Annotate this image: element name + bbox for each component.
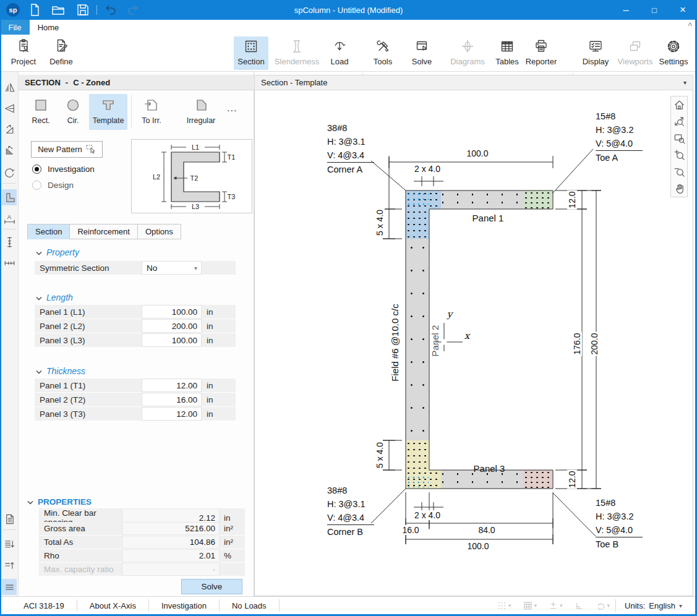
rotate-button[interactable] — [2, 165, 17, 181]
pan-button[interactable] — [671, 180, 687, 197]
solve-button[interactable]: Solve — [181, 579, 242, 594]
load-button[interactable]: Load — [324, 36, 355, 70]
collapse-ribbon-icon[interactable]: ^ — [688, 21, 692, 31]
tab-home[interactable]: Home — [30, 20, 67, 35]
field-label: Rho — [39, 549, 122, 562]
field-label: Panel 2 (L2) — [35, 319, 142, 333]
save-button[interactable] — [75, 2, 90, 17]
settings-button[interactable]: Settings — [656, 36, 691, 70]
ribbon-tab-bar: File Home ^ — [0, 20, 697, 35]
table-row: Panel 2 (T2) 16.00 in — [35, 393, 236, 406]
display-button[interactable]: Display — [578, 36, 614, 70]
svg-text:A: A — [7, 213, 11, 220]
zoom-out-button[interactable] — [671, 163, 687, 180]
preview-l2-label: L2 — [152, 173, 161, 181]
home-view-button[interactable] — [671, 96, 687, 113]
maximize-button[interactable]: □ — [640, 0, 669, 20]
panel3-thickness-input[interactable]: 12.00 — [142, 407, 202, 421]
flip-horizontal-button[interactable] — [2, 79, 17, 95]
horizontal-dimension-icon — [3, 257, 16, 270]
more-shapes-button[interactable]: ... — [227, 103, 237, 114]
unit-label: in — [202, 319, 236, 333]
property-group-title[interactable]: Property — [36, 247, 79, 257]
zoom-extents-button[interactable] — [671, 113, 687, 130]
maximize-icon: □ — [652, 6, 657, 15]
design-radio[interactable]: Design — [32, 181, 74, 190]
vertical-dimension-tool[interactable] — [2, 234, 17, 250]
template-shape-button[interactable]: Template — [89, 94, 127, 130]
rotate-cw-button[interactable] — [2, 142, 17, 158]
new-file-button[interactable] — [27, 2, 42, 17]
rotate-ccw-button[interactable] — [2, 121, 17, 137]
tab-section[interactable]: Section — [27, 224, 70, 239]
rect-shape-button[interactable]: Rect. — [25, 94, 57, 130]
reporter-icon — [532, 38, 550, 55]
preview-t1-label: T1 — [227, 153, 236, 161]
open-file-button[interactable] — [51, 2, 66, 17]
status-loads[interactable]: No Loads — [220, 599, 280, 612]
preview-l3-label: L3 — [191, 203, 200, 210]
viewport-header[interactable]: Section - Template ▾ — [254, 75, 693, 90]
dropdown-arrow-icon: ▾ — [194, 265, 197, 272]
dim-total-height: 200.0 — [589, 332, 599, 356]
flip-vertical-button[interactable] — [2, 100, 17, 116]
panel3-length-input[interactable]: 100.00 — [142, 333, 202, 347]
panel1-length-input[interactable]: 100.00 — [142, 305, 202, 319]
project-icon — [15, 38, 32, 55]
tables-icon — [498, 38, 516, 55]
length-group-title[interactable]: Length — [36, 293, 73, 302]
chevron-down-icon — [36, 247, 42, 257]
thickness-group-title[interactable]: Thickness — [36, 366, 85, 376]
properties-group-title[interactable]: PROPERTIES — [27, 497, 92, 507]
to-irregular-button[interactable]: To Irr. — [135, 94, 168, 130]
new-pattern-button[interactable]: New Pattern — [31, 141, 103, 158]
preview-l1-label: L1 — [191, 143, 200, 151]
viewport-title: Section - Template — [261, 78, 327, 87]
field-label: Panel 1 (T1) — [35, 379, 142, 392]
report-view-button[interactable] — [2, 511, 17, 527]
sort-ascending-button[interactable] — [2, 557, 17, 573]
irregular-shape-button[interactable]: Irregular — [181, 94, 221, 130]
circle-shape-button[interactable]: Cir. — [57, 94, 89, 130]
solve-icon — [413, 38, 430, 55]
close-button[interactable]: × — [669, 0, 697, 20]
menu-list-button[interactable] — [2, 579, 17, 595]
tab-options[interactable]: Options — [138, 224, 181, 239]
tab-reinforcement[interactable]: Reinforcement — [70, 224, 138, 239]
field-label: Panel 2 (T2) — [35, 393, 142, 406]
solve-button-ribbon[interactable]: Solve — [404, 36, 439, 70]
define-icon — [53, 38, 70, 55]
investigation-radio[interactable]: Investigation — [32, 165, 95, 174]
tables-button[interactable]: Tables — [492, 36, 522, 70]
units-selector[interactable]: Units: English ▾ — [615, 599, 691, 612]
section-button[interactable]: Section — [234, 36, 268, 70]
define-button[interactable]: Define — [43, 36, 79, 70]
panel2-thickness-input[interactable]: 16.00 — [142, 393, 202, 406]
panel2-length-input[interactable]: 200.00 — [142, 319, 202, 333]
magnet-icon — [596, 601, 606, 611]
reporter-button[interactable]: Reporter — [522, 36, 560, 70]
project-button[interactable]: Project — [6, 36, 41, 70]
symmetric-section-select[interactable]: No ▾ — [142, 261, 202, 275]
redo-button[interactable] — [126, 2, 141, 17]
title-bar: sp spColumn - Untitled (Modified) ─ □ × — [0, 0, 697, 20]
tab-file[interactable]: File — [0, 20, 30, 35]
sort-descending-button[interactable] — [2, 536, 17, 552]
l-shape-icon — [3, 191, 16, 204]
section-shape-tool[interactable] — [2, 189, 17, 205]
tools-button[interactable]: Tools — [366, 36, 400, 70]
zoom-window-button[interactable] — [671, 130, 687, 147]
status-design-code[interactable]: ACI 318-19 — [11, 599, 77, 612]
horizontal-dimension-tool[interactable] — [2, 255, 17, 271]
dim-flange-thickness-top: 12.0 — [567, 190, 577, 209]
viewport: Section - Template ▾ — [254, 75, 693, 596]
text-annotation-tool[interactable]: A — [2, 210, 17, 226]
minimize-button[interactable]: ─ — [612, 0, 640, 20]
drawing-canvas[interactable]: 100.0 2 x 4.0 12.0 5 x 4.0 176.0 200.0 5… — [254, 90, 693, 596]
panel1-thickness-input[interactable]: 12.00 — [142, 379, 202, 392]
undo-button[interactable] — [103, 2, 118, 17]
status-run-mode[interactable]: Investigation — [149, 599, 220, 612]
status-axis[interactable]: About X-Axis — [77, 599, 149, 612]
zoom-in-button[interactable] — [671, 147, 687, 163]
y-axis-label: y — [447, 309, 452, 320]
